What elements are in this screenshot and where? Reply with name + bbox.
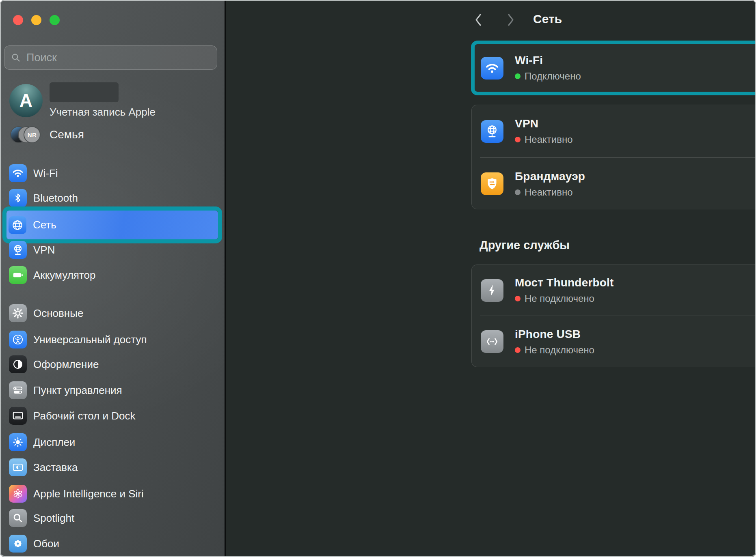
- sidebar-item-accessibility[interactable]: Универсальный доступ: [6, 327, 220, 352]
- battery-icon: [9, 266, 27, 284]
- family-row[interactable]: Семья: [50, 128, 84, 141]
- search-placeholder: Поиск: [26, 52, 57, 64]
- back-button[interactable]: [469, 11, 488, 29]
- sun-icon: [9, 433, 27, 451]
- family-avatar-initials: NR: [24, 126, 41, 143]
- sidebar-item-label: Аккумулятор: [33, 269, 95, 282]
- other-services-heading: Другие службы: [480, 239, 570, 252]
- sidebar-item-wifi[interactable]: Wi-Fi: [6, 161, 220, 186]
- wifi-label: Wi-Fi: [515, 54, 581, 67]
- thunderbolt-bridge-status: Не подключено: [525, 293, 594, 304]
- family-avatar-badge: NR: [28, 131, 37, 138]
- sidebar-item-vpn[interactable]: VPN: [6, 237, 220, 262]
- iphone-usb-row[interactable]: iPhone USB Не подключено: [472, 316, 756, 367]
- firewall-shield-icon: [481, 172, 503, 195]
- sidebar-item-spotlight[interactable]: Spotlight: [6, 505, 220, 531]
- gear-icon: [9, 304, 27, 322]
- network-globe-icon: [9, 216, 26, 234]
- other-services-card: Мост Thunderbolt Не подключено: [471, 265, 756, 367]
- sidebar-item-label: Основные: [33, 307, 83, 320]
- iphone-usb-icon: [481, 330, 503, 353]
- sidebar-item-label: Обои: [33, 538, 59, 550]
- desktop-dock-icon: [9, 407, 27, 425]
- avatar-initial: A: [19, 90, 32, 111]
- sidebar-item-appearance[interactable]: Оформление: [6, 352, 220, 377]
- vpn-status: Неактивно: [525, 134, 573, 145]
- sidebar-item-label: Оформление: [33, 358, 99, 371]
- wallpaper-flower-icon: [9, 535, 27, 553]
- search-icon: [11, 53, 21, 62]
- sidebar-item-label: Пункт управления: [33, 384, 122, 397]
- sidebar-item-label: Сеть: [33, 219, 56, 231]
- status-dot-inactive: [515, 189, 521, 195]
- sidebar-item-general[interactable]: Основные: [6, 301, 220, 326]
- redacted-account-name: [50, 82, 119, 102]
- sidebar-item-battery[interactable]: Аккумулятор: [6, 262, 220, 288]
- sidebar-item-label: Apple Intelligence и Siri: [33, 488, 144, 500]
- sidebar-item-control-center[interactable]: Пункт управления: [6, 378, 220, 403]
- firewall-label: Брандмауэр: [515, 170, 585, 183]
- wifi-icon: [481, 57, 503, 80]
- sidebar-item-wallpaper[interactable]: Обои: [6, 531, 220, 556]
- wifi-row[interactable]: Wi-Fi Подключено: [471, 41, 756, 95]
- vpn-icon: [9, 241, 27, 259]
- appearance-contrast-icon: [9, 355, 27, 373]
- screensaver-icon: [9, 458, 27, 476]
- vpn-row[interactable]: VPN Неактивно: [472, 105, 756, 157]
- chevron-right-icon: [505, 12, 516, 28]
- sidebar-item-network[interactable]: Сеть: [6, 211, 218, 239]
- status-dot-not-connected: [515, 296, 521, 301]
- status-dot-not-connected: [515, 347, 521, 353]
- wifi-icon: [9, 164, 27, 182]
- siri-flower-icon: [9, 485, 27, 503]
- sidebar-item-screensaver[interactable]: Заставка: [6, 455, 220, 480]
- search-input[interactable]: Поиск: [4, 45, 217, 70]
- sidebar-item-label: Wi-Fi: [33, 167, 58, 180]
- iphone-usb-status: Не подключено: [525, 344, 594, 356]
- forward-button[interactable]: [501, 11, 520, 29]
- accessibility-icon: [9, 331, 27, 348]
- apple-account-label[interactable]: Учетная запись Apple: [50, 106, 156, 118]
- window-controls: [13, 15, 60, 25]
- minimize-window-button[interactable]: [31, 15, 41, 25]
- status-dot-connected: [515, 73, 521, 79]
- sidebar-item-label: Заставка: [33, 461, 78, 474]
- vpn-label: VPN: [515, 117, 573, 130]
- firewall-row[interactable]: Брандмауэр Неактивно: [472, 158, 756, 210]
- chevron-left-icon: [473, 12, 484, 28]
- page-title: Сеть: [533, 12, 562, 26]
- sidebar: Поиск A Учетная запись Apple NR Семья Wi…: [0, 0, 225, 557]
- sidebar-item-label: Bluetooth: [33, 192, 78, 204]
- vpn-icon: [481, 120, 503, 143]
- sidebar-item-label: Spotlight: [33, 512, 74, 525]
- sidebar-item-label: VPN: [33, 244, 55, 256]
- network-pane: Сеть Wi-Fi Подключено: [226, 0, 756, 557]
- thunderbolt-icon: [481, 279, 503, 302]
- thunderbolt-bridge-row[interactable]: Мост Thunderbolt Не подключено: [472, 265, 756, 316]
- apple-account-avatar[interactable]: A: [9, 84, 43, 117]
- iphone-usb-label: iPhone USB: [515, 328, 594, 341]
- system-settings-window: Поиск A Учетная запись Apple NR Семья Wi…: [0, 0, 756, 557]
- sidebar-item-label: Рабочий стол и Dock: [33, 410, 135, 422]
- control-center-icon: [9, 381, 27, 399]
- spotlight-magnifier-icon: [9, 509, 27, 527]
- bluetooth-icon: [9, 189, 27, 207]
- sidebar-item-desktop-dock[interactable]: Рабочий стол и Dock: [6, 403, 220, 428]
- wifi-status: Подключено: [525, 71, 581, 82]
- sidebar-item-label: Дисплеи: [33, 436, 75, 449]
- network-services-card: VPN Неактивно: [471, 105, 756, 209]
- firewall-status: Неактивно: [525, 187, 573, 198]
- close-window-button[interactable]: [13, 15, 23, 25]
- zoom-window-button[interactable]: [50, 15, 60, 25]
- sidebar-item-apple-intelligence[interactable]: Apple Intelligence и Siri: [6, 481, 220, 506]
- sidebar-item-displays[interactable]: Дисплеи: [6, 430, 220, 455]
- thunderbolt-bridge-label: Мост Thunderbolt: [515, 276, 614, 289]
- status-dot-inactive: [515, 137, 521, 142]
- sidebar-item-label: Универсальный доступ: [33, 333, 147, 346]
